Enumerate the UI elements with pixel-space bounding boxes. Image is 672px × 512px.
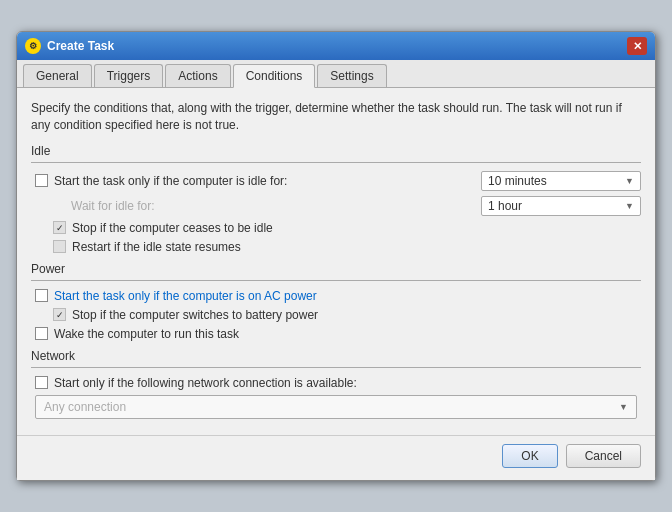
stop-ceases-row: ✓ Stop if the computer ceases to be idle	[31, 221, 641, 235]
tab-general[interactable]: General	[23, 64, 92, 87]
stop-ceases-check: ✓	[56, 223, 64, 233]
network-connection-value: Any connection	[44, 400, 126, 414]
window-title: Create Task	[47, 39, 627, 53]
title-bar: ⚙ Create Task ✕	[17, 32, 655, 60]
idle-divider	[31, 162, 641, 163]
close-button[interactable]: ✕	[627, 37, 647, 55]
idle-section-label: Idle	[31, 144, 641, 158]
window-icon: ⚙	[25, 38, 41, 54]
tab-actions[interactable]: Actions	[165, 64, 230, 87]
power-section-label: Power	[31, 262, 641, 276]
power-divider	[31, 280, 641, 281]
idle-start-row: Start the task only if the computer is i…	[31, 171, 641, 191]
wake-label: Wake the computer to run this task	[54, 327, 239, 341]
wait-idle-row: Wait for idle for: 1 hour ▼	[31, 196, 641, 216]
network-connection-arrow: ▼	[619, 402, 628, 412]
tab-conditions[interactable]: Conditions	[233, 64, 316, 88]
wait-idle-dropdown[interactable]: 1 hour ▼	[481, 196, 641, 216]
restart-resumes-checkbox[interactable]	[53, 240, 66, 253]
battery-checkbox[interactable]: ✓	[53, 308, 66, 321]
ok-button[interactable]: OK	[502, 444, 557, 468]
wake-checkbox[interactable]	[35, 327, 48, 340]
idle-duration-dropdown[interactable]: 10 minutes ▼	[481, 171, 641, 191]
wait-idle-label: Wait for idle for:	[71, 199, 155, 213]
description-text: Specify the conditions that, along with …	[31, 100, 641, 134]
battery-check: ✓	[56, 310, 64, 320]
tab-settings[interactable]: Settings	[317, 64, 386, 87]
footer: OK Cancel	[17, 435, 655, 480]
ac-power-row: Start the task only if the computer is o…	[31, 289, 641, 303]
battery-label: Stop if the computer switches to battery…	[72, 308, 318, 322]
tab-bar: General Triggers Actions Conditions Sett…	[17, 60, 655, 88]
network-label: Start only if the following network conn…	[54, 376, 357, 390]
tab-triggers[interactable]: Triggers	[94, 64, 164, 87]
ac-power-checkbox[interactable]	[35, 289, 48, 302]
stop-ceases-label: Stop if the computer ceases to be idle	[72, 221, 273, 235]
wake-row: Wake the computer to run this task	[31, 327, 641, 341]
network-checkbox[interactable]	[35, 376, 48, 389]
idle-start-checkbox[interactable]	[35, 174, 48, 187]
network-row: Start only if the following network conn…	[31, 376, 641, 390]
idle-start-label: Start the task only if the computer is i…	[54, 174, 287, 188]
conditions-panel: Specify the conditions that, along with …	[17, 88, 655, 435]
restart-resumes-label: Restart if the idle state resumes	[72, 240, 241, 254]
network-connection-dropdown[interactable]: Any connection ▼	[35, 395, 637, 419]
wait-idle-arrow: ▼	[625, 201, 634, 211]
battery-row: ✓ Stop if the computer switches to batte…	[31, 308, 641, 322]
network-section-label: Network	[31, 349, 641, 363]
network-divider	[31, 367, 641, 368]
restart-resumes-row: Restart if the idle state resumes	[31, 240, 641, 254]
main-window: ⚙ Create Task ✕ General Triggers Actions…	[16, 31, 656, 481]
stop-ceases-checkbox[interactable]: ✓	[53, 221, 66, 234]
cancel-button[interactable]: Cancel	[566, 444, 641, 468]
idle-duration-arrow: ▼	[625, 176, 634, 186]
ac-power-label: Start the task only if the computer is o…	[54, 289, 317, 303]
